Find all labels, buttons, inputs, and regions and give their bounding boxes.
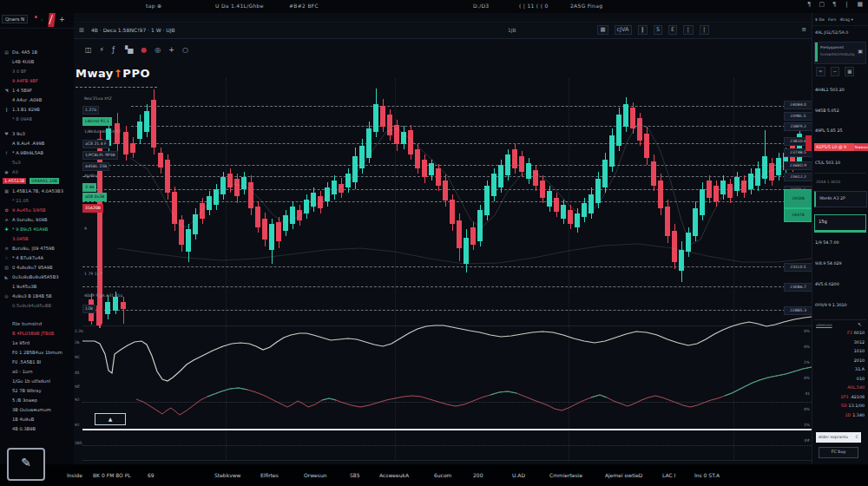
buy-button[interactable]: FC buy bbox=[819, 447, 858, 458]
topbar-item[interactable]: ( | 11 ( ( 0 bbox=[519, 3, 549, 9]
statusbar-item[interactable]: AcsweeukA bbox=[379, 472, 409, 478]
watchlist-item[interactable]: 3B Ouiuweumum bbox=[0, 404, 74, 414]
order-header-item[interactable]: Fars bbox=[828, 17, 836, 22]
topbar-item[interactable]: D./D3 bbox=[473, 3, 490, 9]
symbol-info[interactable]: 4B · Deca 1.5BNC!97 · 1 W · UJB bbox=[91, 27, 175, 33]
depth-row[interactable]: 1D1.340 bbox=[845, 413, 865, 417]
order-control-icon[interactable]: ▦ bbox=[845, 67, 854, 76]
watchlist-item[interactable]: L4B 4U0B bbox=[0, 56, 74, 66]
quote-row[interactable]: 945B 5.052 bbox=[815, 108, 865, 113]
watchlist-item[interactable]: ⑂* 4 B7u97u4A bbox=[0, 253, 74, 262]
statusbar-item[interactable]: LAC I bbox=[662, 472, 675, 478]
watchlist-item[interactable]: ◎4u9u3 B 1B4B 5B bbox=[0, 291, 74, 300]
record-icon[interactable]: ● bbox=[141, 46, 147, 54]
statusbar-item[interactable]: 69 bbox=[148, 472, 155, 478]
watchlist-item[interactable]: 3.0A5B bbox=[0, 233, 74, 243]
statusbar-item[interactable]: U.AD bbox=[512, 472, 525, 478]
watchlist-item[interactable]: ≠A 0uru9u, 909B bbox=[0, 214, 74, 224]
circle-icon[interactable]: ○ bbox=[182, 46, 188, 54]
watchlist-item[interactable]: ▤Da. 4A5 1B bbox=[0, 47, 74, 56]
order-header-item[interactable]: 4bag ▾ bbox=[839, 17, 852, 22]
line-icon[interactable]: ❘ bbox=[683, 25, 693, 35]
watchlist-item[interactable]: 4 A4ur .A09B bbox=[0, 95, 74, 104]
plus-icon[interactable]: + bbox=[168, 46, 174, 54]
interval-box[interactable]: 5 bbox=[654, 25, 662, 35]
watchlist-item[interactable]: ⊜Buru9u, |09 4759B bbox=[0, 243, 74, 253]
watchlist-item[interactable]: 1.A5513B0A4A91.19B bbox=[0, 176, 74, 186]
depth-row[interactable]: 5D13.1/00 bbox=[841, 404, 865, 408]
watchlist-tab[interactable]: Qnars N bbox=[2, 15, 28, 23]
watchlist-item[interactable]: 1a 95rd bbox=[0, 338, 74, 347]
magnet-icon[interactable]: Ɛ bbox=[668, 25, 677, 35]
add-symbol-button[interactable]: + bbox=[59, 16, 65, 23]
quote-row[interactable]: 4V5.6 0200 bbox=[815, 282, 865, 286]
watchlist-item[interactable]: 4B 0.3B9B bbox=[0, 424, 74, 433]
function-icon[interactable]: ƒ bbox=[112, 46, 115, 54]
chart-plot[interactable]: ▲ 240B4.0239BL.523BF9.223B10.62374B.5236… bbox=[82, 78, 812, 465]
current-price-box[interactable]: 15g bbox=[814, 214, 866, 233]
quote-row[interactable]: 9/8.9 54.029 bbox=[815, 261, 865, 266]
order-control-icon[interactable]: − bbox=[831, 67, 840, 76]
bars-icon[interactable]: ▝▅ bbox=[122, 46, 133, 54]
statusbar-item[interactable]: Ajemei owtieD bbox=[605, 472, 642, 478]
depth-row[interactable]: 3012 bbox=[854, 340, 865, 345]
watchlist-item[interactable]: ▨0 4ubu9u7 95A9B bbox=[0, 262, 74, 272]
notifications-icon[interactable]: ¶ bbox=[807, 1, 811, 8]
depth-row[interactable]: 1010 bbox=[854, 349, 865, 353]
watchlist-item[interactable]: ▦1.45B1A.7B, 4.0A53B3 bbox=[0, 186, 74, 195]
statusbar-item[interactable]: Inside bbox=[67, 472, 82, 478]
topbar-item[interactable]: #B#2 BFC bbox=[289, 3, 319, 9]
layout-grid-icon[interactable]: ⊞ bbox=[79, 27, 84, 34]
watchlist-item[interactable]: A 8.Au4 .A99B bbox=[0, 138, 74, 148]
watchlist-item[interactable]: ◥1 4 5B9F bbox=[0, 85, 74, 95]
profile-icon[interactable]: ¶ bbox=[832, 1, 836, 8]
quote-row[interactable]: 0Y0/9 9 1.3010 bbox=[815, 303, 865, 307]
depth-row[interactable]: A0L.540 bbox=[847, 385, 865, 390]
statusbar-item[interactable]: Stebkvww bbox=[214, 472, 241, 478]
statusbar-item[interactable]: BK 0 FM 8O PL bbox=[93, 472, 131, 478]
bar-icon[interactable]: ❙ bbox=[638, 25, 648, 35]
watchlist-item[interactable]: ❙1.3.B1 829B bbox=[0, 104, 74, 114]
target-icon[interactable]: ◎ bbox=[155, 46, 161, 54]
statusbar-item[interactable]: Elfirtes bbox=[260, 472, 279, 478]
watchlist-item[interactable]: 0.5u9u94u95uBB bbox=[0, 300, 74, 310]
statusbar-item[interactable]: Cmmiertesie bbox=[549, 472, 582, 478]
toolbar-menu-icon[interactable]: ≡ bbox=[801, 26, 806, 33]
divider-icon[interactable]: ❘ bbox=[845, 1, 850, 8]
order-info-box[interactable]: 9be4s A3 2P bbox=[814, 191, 867, 207]
quote-row[interactable]: 1/9 54.7.00 bbox=[815, 240, 865, 245]
panels-icon[interactable]: ▦ bbox=[597, 25, 608, 35]
statusbar-item[interactable]: Ins 0 ST.A bbox=[694, 472, 720, 478]
statusbar-item[interactable]: 200 bbox=[473, 472, 483, 478]
settings-icon[interactable]: ▦ bbox=[857, 1, 863, 8]
watchlist-item[interactable]: Rte bumslnd bbox=[0, 319, 74, 328]
order-control-icon[interactable]: ≈ bbox=[816, 67, 825, 76]
watchlist-item[interactable]: †* A.9Bb9L5AB bbox=[0, 148, 74, 157]
order-type-select[interactable]: CAlder seprantu bbox=[816, 432, 861, 443]
indicator-label[interactable]: cJVA bbox=[615, 25, 632, 35]
watchlist-item[interactable]: 3 0 BF bbox=[0, 66, 74, 76]
account-card[interactable]: Pre5yqumrnt 5cmw05l2r5S0u4q ▣ bbox=[814, 42, 866, 64]
depth-row[interactable]: 31.A bbox=[855, 367, 865, 371]
statusbar-item[interactable]: 6ucom bbox=[434, 472, 451, 478]
watchlist-item[interactable]: ◉A3 bbox=[0, 167, 74, 176]
quote-row[interactable]: C5/L 503.10 bbox=[815, 161, 865, 165]
watchlist-item[interactable]: ◣0u3u9uBu9u95A5B3 bbox=[0, 272, 74, 281]
snapshot-icon[interactable]: ◫ bbox=[85, 46, 92, 54]
topbar-item[interactable]: tap ⊕ bbox=[146, 3, 161, 9]
card-icon[interactable]: ▣ bbox=[858, 48, 863, 54]
watchlist-item[interactable]: 5u3 bbox=[0, 157, 74, 167]
watchlist-item[interactable]: 1B 4u9uB bbox=[0, 414, 74, 424]
watchlist-item[interactable]: * B 09AB bbox=[0, 114, 74, 123]
lightning-icon[interactable]: ⚡ bbox=[100, 46, 105, 54]
watchlist-item[interactable]: 1 9u45u3B bbox=[0, 281, 74, 291]
sell-button[interactable]: Taawoo bbox=[854, 143, 868, 151]
layout-icon[interactable]: ▢ bbox=[819, 1, 825, 8]
watchlist-item[interactable]: B 4PL03B9B JTB0B bbox=[0, 328, 74, 338]
watchlist-item[interactable]: * 21.05 bbox=[0, 195, 74, 205]
chevron-left-icon[interactable]: ‹ bbox=[41, 16, 43, 23]
watchlist-item[interactable]: ♥3 9u3 bbox=[0, 128, 74, 138]
watchlist-item[interactable]: F0 1 2B5B4uv 1bmum bbox=[0, 347, 74, 357]
watchlist-item[interactable]: ✿9 Au45u 3/95B bbox=[0, 205, 74, 214]
depth-row[interactable]: F36010 bbox=[847, 331, 865, 335]
